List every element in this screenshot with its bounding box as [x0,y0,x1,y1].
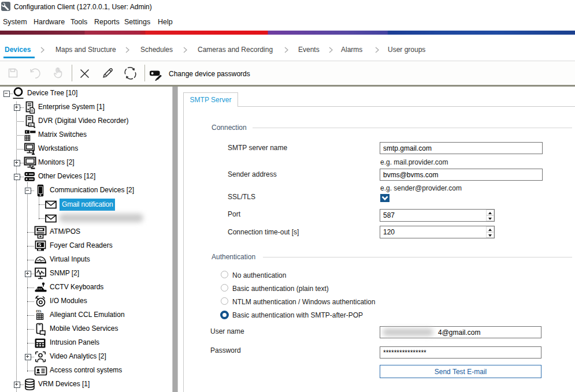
svg-text:CCL: CCL [36,309,43,313]
